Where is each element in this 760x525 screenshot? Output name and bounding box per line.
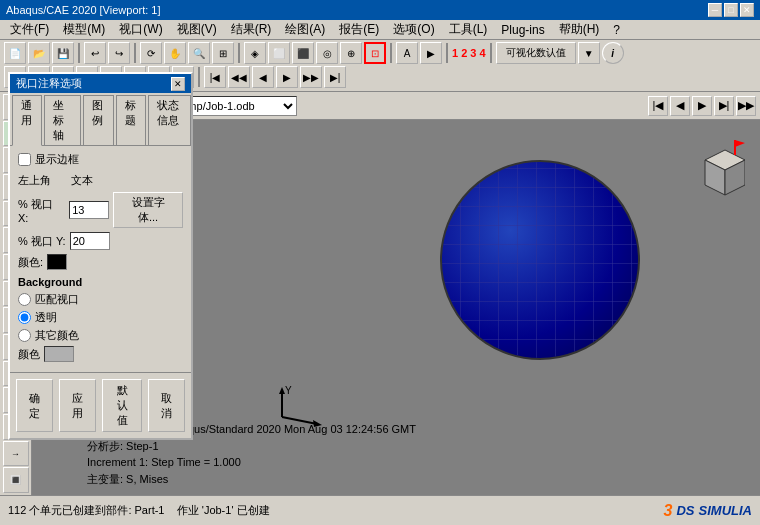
radio-match: 匹配视口 <box>18 292 183 307</box>
default-button[interactable]: 默认值 <box>102 379 142 432</box>
new-btn[interactable]: 📄 <box>4 42 26 64</box>
lt14[interactable]: → <box>3 441 29 467</box>
tab-axes[interactable]: 坐标轴 <box>44 95 81 145</box>
x-input[interactable] <box>69 201 109 219</box>
tb213[interactable]: ▶▶ <box>300 66 322 88</box>
status-line2: 作业 'Job-1' 已创建 <box>177 504 270 516</box>
title-bar: Abaqus/CAE 2020 [Viewport: 1] ─ □ ✕ <box>0 0 760 20</box>
tab-legend[interactable]: 图例 <box>83 95 113 145</box>
status-bar: 112 个单元已创建到部件: Part-1 作业 'Job-1' 已创建 3DS… <box>0 495 760 525</box>
nav-end[interactable]: ▶▶ <box>736 96 756 116</box>
tb8[interactable]: ▶ <box>420 42 442 64</box>
svg-text:Y: Y <box>285 385 292 396</box>
menu-bar: 文件(F) 模型(M) 视口(W) 视图(V) 结果(R) 绘图(A) 报告(E… <box>0 20 760 40</box>
tb210[interactable]: ◀◀ <box>228 66 250 88</box>
menu-tools[interactable]: 工具(L) <box>443 19 494 40</box>
redo-btn[interactable]: ↪ <box>108 42 130 64</box>
menu-plot[interactable]: 绘图(A) <box>279 19 331 40</box>
tb29[interactable]: |◀ <box>204 66 226 88</box>
save-btn[interactable]: 💾 <box>52 42 74 64</box>
menu-question[interactable]: ? <box>607 21 626 39</box>
tb7[interactable]: A <box>396 42 418 64</box>
x-row: % 视口 X: 设置字体... <box>18 192 183 228</box>
tb211[interactable]: ◀ <box>252 66 274 88</box>
nav-next[interactable]: ▶| <box>714 96 734 116</box>
nav-play[interactable]: ▶ <box>692 96 712 116</box>
radio-other: 其它颜色 <box>18 328 183 343</box>
other-color-row: 颜色 <box>18 346 183 362</box>
viewport-annotation-dialog: 视口注释选项 ✕ 通用 坐标轴 图例 标题 状态信息 显示边框 左上角 文本 %… <box>8 72 193 440</box>
text-label: 文本 <box>71 173 93 188</box>
other-color-swatch[interactable] <box>44 346 74 362</box>
tb212[interactable]: ▶ <box>276 66 298 88</box>
cancel-button[interactable]: 取消 <box>148 379 185 432</box>
radio-other-input[interactable] <box>18 329 31 342</box>
lt15[interactable]: 🔳 <box>3 467 29 493</box>
close-button[interactable]: ✕ <box>740 3 754 17</box>
sep6 <box>490 43 492 63</box>
menu-results[interactable]: 结果(R) <box>225 19 278 40</box>
zoom-btn[interactable]: 🔍 <box>188 42 210 64</box>
ok-button[interactable]: 确定 <box>16 379 53 432</box>
minimize-button[interactable]: ─ <box>708 3 722 17</box>
tb2[interactable]: ⬜ <box>268 42 290 64</box>
tb-visible[interactable]: 可视化数认值 <box>496 42 576 64</box>
tab-general[interactable]: 通用 <box>12 95 42 146</box>
tb5[interactable]: ⊕ <box>340 42 362 64</box>
other-color-label: 颜色 <box>18 347 40 362</box>
background-label: Background <box>18 276 183 288</box>
menu-viewport[interactable]: 视口(W) <box>113 19 168 40</box>
apply-button[interactable]: 应用 <box>59 379 96 432</box>
app-title: Abaqus/CAE 2020 [Viewport: 1] <box>6 4 161 16</box>
menu-help[interactable]: 帮助(H) <box>553 19 606 40</box>
3d-sphere <box>440 160 640 360</box>
undo-btn[interactable]: ↩ <box>84 42 106 64</box>
tb1[interactable]: ◈ <box>244 42 266 64</box>
nav-prev[interactable]: ◀ <box>670 96 690 116</box>
status-text: 112 个单元已创建到部件: Part-1 作业 'Job-1' 已创建 <box>8 503 656 518</box>
y-input[interactable] <box>70 232 110 250</box>
color-swatch[interactable] <box>47 254 67 270</box>
tb4[interactable]: ◎ <box>316 42 338 64</box>
tb3[interactable]: ⬛ <box>292 42 314 64</box>
menu-options[interactable]: 选项(O) <box>387 19 440 40</box>
menu-plugins[interactable]: Plug-ins <box>495 21 550 39</box>
dialog-tabs: 通用 坐标轴 图例 标题 状态信息 <box>10 93 191 146</box>
x-label: % 视口 X: <box>18 197 65 224</box>
rotate-btn[interactable]: ⟳ <box>140 42 162 64</box>
open-btn[interactable]: 📂 <box>28 42 50 64</box>
menu-report[interactable]: 报告(E) <box>333 19 385 40</box>
dialog-title: 视口注释选项 ✕ <box>10 74 191 93</box>
menu-view[interactable]: 视图(V) <box>171 19 223 40</box>
dialog-close-button[interactable]: ✕ <box>171 77 185 91</box>
radio-match-viewport[interactable] <box>18 293 31 306</box>
show-border-label: 显示边框 <box>35 152 79 167</box>
fit-btn[interactable]: ⊞ <box>212 42 234 64</box>
set-font-button[interactable]: 设置字体... <box>113 192 183 228</box>
color-label: 颜色: <box>18 255 43 270</box>
annotation-numbers: 1 2 3 4 <box>452 47 486 59</box>
nav-start[interactable]: |◀ <box>648 96 668 116</box>
orientation-svg <box>690 135 745 205</box>
tb6[interactable]: ⊡ <box>364 42 386 64</box>
status-line1: 112 个单元已创建到部件: Part-1 <box>8 504 164 516</box>
svg-marker-10 <box>735 140 745 147</box>
sep1 <box>78 43 80 63</box>
toolbar-row-1: 📄 📂 💾 ↩ ↪ ⟳ ✋ 🔍 ⊞ ◈ ⬜ ⬛ ◎ ⊕ ⊡ A ▶ 1 2 3 … <box>4 42 756 64</box>
y-label: % 视口 Y: <box>18 234 66 249</box>
pan-btn[interactable]: ✋ <box>164 42 186 64</box>
menu-file[interactable]: 文件(F) <box>4 19 55 40</box>
maximize-button[interactable]: □ <box>724 3 738 17</box>
tb-down[interactable]: ▼ <box>578 42 600 64</box>
radio-transparent-input[interactable] <box>18 311 31 324</box>
sep5 <box>446 43 448 63</box>
orientation-cube <box>690 135 745 208</box>
color-row: 颜色: <box>18 254 183 270</box>
show-border-checkbox[interactable] <box>18 153 31 166</box>
tb214[interactable]: ▶| <box>324 66 346 88</box>
info-btn[interactable]: i <box>602 42 624 64</box>
tab-title[interactable]: 标题 <box>116 95 146 145</box>
info-line4: 主变量: S, Mises <box>87 471 416 488</box>
menu-model[interactable]: 模型(M) <box>57 19 111 40</box>
tab-status[interactable]: 状态信息 <box>148 95 191 145</box>
